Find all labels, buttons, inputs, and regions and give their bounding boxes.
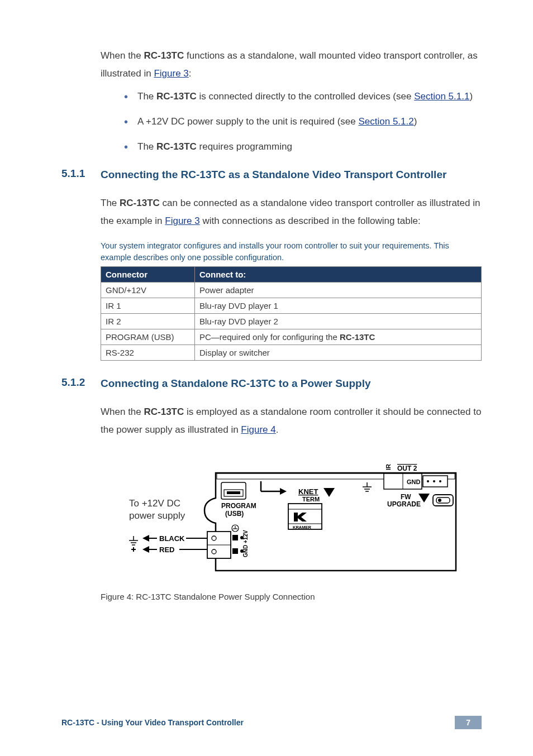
text: The (137, 141, 156, 152)
label-kramer: KRAMER (293, 525, 311, 530)
svg-point-34 (438, 499, 441, 502)
section-511-heading: 5.1.1 Connecting the RC-13TC as a Standa… (61, 168, 482, 182)
device-name: RC-13TC (156, 91, 197, 102)
cell: Blu-ray DVD player 2 (195, 313, 482, 329)
label-red: RED (159, 546, 174, 554)
link-figure-3[interactable]: Figure 3 (165, 216, 199, 226)
table-row: IR 1 Blu-ray DVD player 1 (101, 298, 482, 313)
label-program-1: PROGRAM (221, 502, 256, 510)
label-out2: OUT 2 (397, 465, 417, 472)
device-name: RC-13TC (120, 198, 160, 208)
label-program-2: (USB) (225, 510, 244, 518)
ir-out-block: IR OUT 2 GND (384, 464, 448, 489)
label-gnd: GND (407, 479, 421, 485)
bullet-item-2: A +12V DC power supply to the unit is re… (124, 114, 482, 129)
cell: Blu-ray DVD player 1 (195, 298, 482, 313)
cell: IR 2 (101, 313, 195, 329)
svg-point-26 (439, 480, 441, 482)
text: : (189, 68, 192, 79)
svg-point-25 (433, 480, 435, 482)
connections-table: Connector Connect to: GND/+12V Power ada… (101, 266, 482, 361)
link-figure-4[interactable]: Figure 4 (241, 424, 275, 435)
link-section-511[interactable]: Section 5.1.1 (414, 91, 469, 102)
section-512-paragraph: When the RC-13TC is employed as a standa… (101, 403, 482, 439)
label-to-psu-1: To +12V DC (129, 498, 180, 509)
label-upgrade: UPGRADE (387, 500, 421, 508)
label-fw: FW (401, 493, 411, 501)
cell: IR 1 (101, 298, 195, 313)
section-number: 5.1.2 (61, 376, 101, 389)
cell: PROGRAM (USB) (101, 329, 195, 344)
label-term: TERM (302, 496, 320, 503)
svg-rect-13 (227, 491, 240, 494)
section-511-paragraph: The RC-13TC can be connected as a standa… (101, 194, 482, 231)
section-title: Connecting the RC-13TC as a Standalone V… (101, 168, 446, 182)
text: When the (101, 50, 144, 61)
figure-4-diagram: To +12V DC power supply BLACK (101, 448, 482, 582)
usb-port-icon (221, 482, 246, 499)
cell: GND/+12V (101, 282, 195, 298)
device-name: RC-13TC (144, 50, 184, 61)
arrow-left-icon (142, 546, 157, 553)
text: ) (469, 91, 473, 102)
bullet-item-1: The RC-13TC is connected directly to the… (124, 89, 482, 104)
intro-paragraph: When the RC-13TC functions as a standalo… (101, 47, 482, 83)
table-row: RS-232 Display or switcher (101, 344, 482, 360)
text: When the (101, 406, 144, 417)
cell: RS-232 (101, 344, 195, 360)
text: ) (414, 116, 417, 127)
page-number: 7 (455, 716, 482, 729)
svg-marker-4 (142, 535, 149, 542)
page-footer: RC-13TC - Using Your Video Transport Con… (61, 716, 482, 729)
intro-bullet-list: The RC-13TC is connected directly to the… (101, 89, 482, 155)
section-number: 5.1.1 (61, 168, 101, 180)
text: is connected directly to the controlled … (197, 91, 414, 102)
text: The (137, 91, 156, 102)
label-knet: KNET (298, 487, 318, 496)
text: requires programming (197, 141, 292, 152)
label-black: BLACK (159, 534, 185, 543)
device-name: RC-13TC (144, 406, 184, 417)
svg-marker-8 (142, 546, 149, 553)
label-gnd-12v: GND +12V (242, 530, 249, 557)
label-ir: IR (385, 464, 392, 470)
text: The (101, 198, 120, 208)
arrow-left-icon (142, 535, 157, 542)
bullet-item-3: The RC-13TC requires programming (124, 139, 482, 154)
text: A +12V DC power supply to the unit is re… (137, 116, 358, 127)
plus-icon (131, 547, 136, 552)
svg-rect-40 (232, 548, 238, 554)
table-row: PROGRAM (USB) PC—required only for confi… (101, 329, 482, 344)
text: PC—required only for configuring the (199, 332, 340, 342)
cell: Power adapter (195, 282, 482, 298)
ground-icon (129, 536, 138, 545)
table-header-connector: Connector (101, 266, 195, 282)
device-name: RC-13TC (156, 141, 197, 152)
text: with connections as described in the fol… (200, 216, 421, 226)
device-name: RC-13TC (340, 332, 375, 342)
link-figure-3[interactable]: Figure 3 (154, 68, 188, 79)
cell: Display or switcher (195, 344, 482, 360)
link-section-512[interactable]: Section 5.1.2 (358, 116, 413, 127)
label-to-psu-2: power supply (129, 510, 185, 521)
footer-title: RC-13TC - Using Your Video Transport Con… (61, 718, 244, 727)
svg-rect-39 (232, 535, 238, 540)
svg-point-24 (427, 480, 429, 482)
section-title: Connecting a Standalone RC-13TC to a Pow… (101, 376, 371, 391)
table-header-connect-to: Connect to: (195, 266, 482, 282)
cell: PC—required only for configuring the RC-… (195, 329, 482, 344)
table-row: GND/+12V Power adapter (101, 282, 482, 298)
figure-4-caption: Figure 4: RC-13TC Standalone Power Suppl… (101, 592, 482, 601)
text: . (276, 424, 279, 435)
table-row: IR 2 Blu-ray DVD player 2 (101, 313, 482, 329)
section-512-heading: 5.1.2 Connecting a Standalone RC-13TC to… (61, 376, 482, 391)
configuration-note: Your system integrator configures and in… (101, 240, 482, 263)
